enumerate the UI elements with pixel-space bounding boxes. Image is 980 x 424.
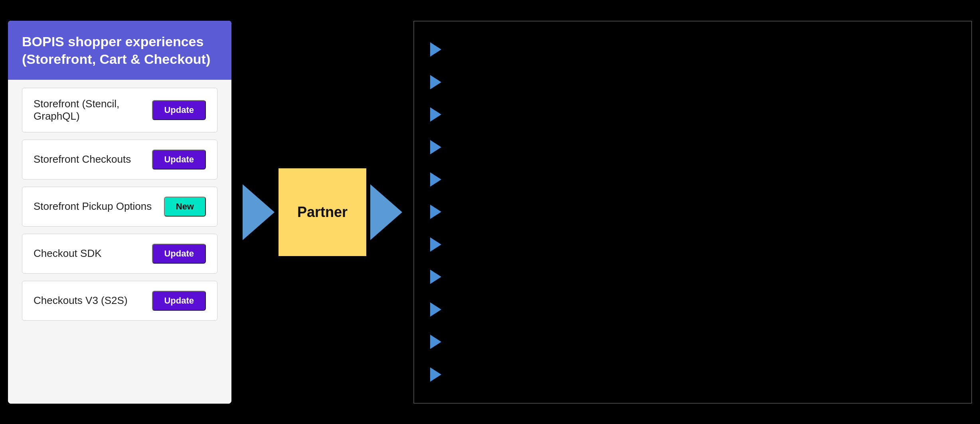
badge-update-checkout-sdk[interactable]: Update [152,244,206,264]
badge-update-checkouts-v3[interactable]: Update [152,291,206,311]
left-panel-header: BOPIS shopper experiences (Storefront, C… [8,21,231,80]
badge-update-storefront-checkouts[interactable]: Update [152,150,206,170]
right-row-2 [430,75,955,89]
triangle-icon-9 [430,302,441,317]
feature-label-checkout-sdk: Checkout SDK [34,247,102,260]
feature-row-checkout-sdk: Checkout SDK Update [22,234,217,274]
main-container: BOPIS shopper experiences (Storefront, C… [0,0,980,424]
triangle-icon-8 [430,270,441,284]
triangle-icon-5 [430,172,441,187]
badge-update-storefront-stencil[interactable]: Update [152,100,206,120]
feature-row-storefront-stencil: Storefront (Stencil, GraphQL) Update [22,88,217,132]
feature-row-storefront-pickup: Storefront Pickup Options New [22,187,217,227]
right-row-10 [430,335,955,349]
triangle-icon-1 [430,42,441,57]
right-row-3 [430,107,955,122]
triangle-icon-3 [430,107,441,122]
right-row-5 [430,172,955,187]
right-row-8 [430,270,955,284]
right-row-4 [430,140,955,154]
chevron-right-icon [370,184,402,240]
triangle-icon-4 [430,140,441,154]
right-row-9 [430,302,955,317]
triangle-icon-10 [430,335,441,349]
right-panel [413,21,972,404]
feature-row-checkouts-v3: Checkouts V3 (S2S) Update [22,281,217,321]
feature-label-storefront-stencil: Storefront (Stencil, GraphQL) [34,98,152,122]
left-panel-body: Storefront (Stencil, GraphQL) Update Sto… [8,80,231,404]
right-row-7 [430,237,955,252]
badge-new-storefront-pickup[interactable]: New [164,197,206,217]
header-title: BOPIS shopper experiences (Storefront, C… [22,34,210,67]
left-panel: BOPIS shopper experiences (Storefront, C… [8,21,231,404]
chevron-left-icon [243,184,275,240]
right-row-6 [430,205,955,219]
feature-label-storefront-pickup: Storefront Pickup Options [34,200,152,213]
triangle-icon-2 [430,75,441,89]
triangle-icon-7 [430,237,441,252]
feature-row-storefront-checkouts: Storefront Checkouts Update [22,140,217,179]
triangle-icon-6 [430,205,441,219]
feature-label-checkouts-v3: Checkouts V3 (S2S) [34,294,128,307]
feature-label-storefront-checkouts: Storefront Checkouts [34,153,131,166]
triangle-icon-11 [430,367,441,382]
right-row-1 [430,42,955,57]
middle-section: Partner [231,168,413,256]
partner-box: Partner [279,168,366,256]
right-row-11 [430,367,955,382]
partner-label: Partner [297,204,348,221]
